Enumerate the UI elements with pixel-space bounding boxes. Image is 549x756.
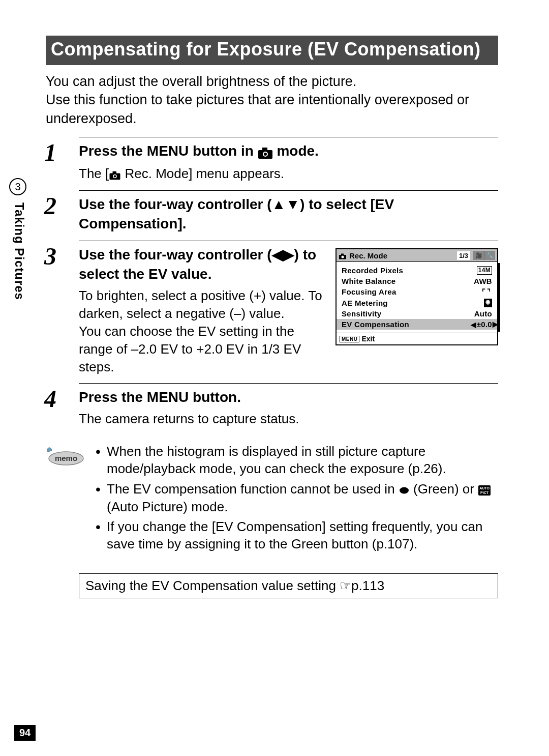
lcd-value: Auto [474,309,492,318]
chapter-title: Taking Pictures [12,202,26,300]
step-title: Press the MENU button in mode. [79,143,319,159]
step-1: 1 Press the MENU button in mode. The [ R… [79,137,498,190]
lcd-value: AWB [474,277,492,285]
text: (Green) or [410,481,478,497]
memo-item: The EV compensation function cannot be u… [95,481,498,516]
lcd-footer: MENU Exit [337,333,497,344]
step-body: To brighten, select a positive (+) value… [79,287,326,376]
lcd-label: Focusing Area [342,287,396,297]
lcd-scrollbar [498,262,500,333]
svg-text:PICT: PICT [480,491,489,495]
lcd-value: ◀±0.0 [471,320,492,329]
svg-text:AUTO: AUTO [479,486,490,490]
lcd-label: EV Compensation [342,320,409,329]
setup-tab-icon: 🔧 [484,251,495,260]
menu-button-label: MENU [340,336,359,342]
text: button in [189,143,257,159]
lcd-value-metering-icon: ◉ [484,299,492,307]
svg-point-10 [342,255,344,258]
manual-page: 3 Taking Pictures Compensating for Expos… [0,0,549,756]
lcd-row: White BalanceAWB [342,276,492,286]
memo-list: When the histogram is displayed in still… [95,443,498,556]
lcd-value: 14M [477,266,492,275]
lcd-tabs: 🎥 🔧 [473,251,495,260]
page-reference: ☞p.113 [340,578,384,593]
lcd-title: Rec. Mode [349,251,387,260]
memo-icon: memo [46,445,85,469]
cross-reference-box: Saving the EV Compensation value setting… [79,573,498,598]
step-body: The [ Rec. Mode] menu appears. [79,165,498,184]
text-menu: MENU [147,143,189,159]
lcd-row-selected: EV Compensation ◀±0.0 ▶ [337,319,497,330]
svg-rect-5 [113,171,117,173]
auto-picture-icon: AUTOPICT [478,481,491,499]
svg-point-3 [264,153,267,156]
camera-lcd-illustration: Rec. Mode 1/3 🎥 🔧 Recorded Pixels14M Whi… [336,248,498,345]
lcd-page-indicator: 1/3 [457,251,470,260]
step-title: Press the MENU button. [79,389,241,405]
text: The [ [79,166,109,181]
right-arrow-icon: ▶ [493,320,498,328]
step-body: The camera returns to capture status. [79,410,498,428]
lcd-row: AE Metering◉ [342,298,492,308]
step-number: 4 [44,385,56,413]
step-title: Use the four-way controller (◀▶) to sele… [79,247,316,282]
text: (Auto Picture) mode. [107,499,228,514]
intro-text: You can adjust the overall brightness of… [46,72,498,128]
text: The EV compensation function cannot be u… [107,481,399,497]
memo-item: When the histogram is displayed in still… [95,443,498,478]
text-menu: MENU [147,389,189,405]
step-4: 4 Press the MENU button. The camera retu… [79,383,498,435]
left-arrow-icon: ◀ [471,321,476,329]
step-number: 1 [44,138,56,166]
lcd-label: Sensitivity [342,309,381,318]
page-number: 94 [14,725,36,741]
lcd-value-focus-icon: ⌜⌝ [482,287,492,297]
lcd-row: SensitivityAuto [342,308,492,319]
lcd-exit-label: Exit [361,335,375,343]
text: Press the [79,389,147,405]
memo-block: memo When the histogram is displayed in … [46,443,498,556]
text: Saving the EV Compensation value setting [85,578,340,593]
green-mode-icon [399,481,410,499]
step-2: 2 Use the four-way controller (▲▼) to se… [79,190,498,241]
svg-rect-9 [341,253,344,255]
lcd-label: AE Metering [342,299,388,307]
step-number: 2 [44,192,56,220]
lcd-label: White Balance [342,277,395,285]
lcd-label: Recorded Pixels [342,266,403,275]
page-title: Compensating for Exposure (EV Compensati… [46,36,498,65]
step-number: 3 [44,242,56,270]
movie-tab-icon: 🎥 [473,251,484,260]
text: mode. [273,143,319,159]
svg-rect-1 [262,148,267,151]
svg-point-13 [400,487,409,493]
chapter-number: 3 [9,178,26,195]
text: Press the [79,143,147,159]
camera-icon [339,251,347,260]
lcd-row: Focusing Area⌜⌝ [342,286,492,298]
text: Rec. Mode] menu appears. [121,166,284,181]
lcd-row: Recorded Pixels14M [342,265,492,276]
svg-text:memo: memo [55,454,77,462]
lcd-body: Recorded Pixels14M White BalanceAWB Focu… [337,262,497,333]
step-title: Use the four-way controller (▲▼) to sele… [79,196,394,231]
chapter-tab: 3 Taking Pictures [0,178,36,341]
camera-icon [109,165,121,183]
step-3: 3 Use the four-way controller (◀▶) to se… [79,241,498,383]
lcd-header: Rec. Mode 1/3 🎥 🔧 [337,249,497,262]
camera-icon [258,142,273,162]
text: button. [189,389,241,405]
svg-point-7 [114,175,116,178]
memo-item: If you change the [EV Compensation] sett… [95,518,498,553]
